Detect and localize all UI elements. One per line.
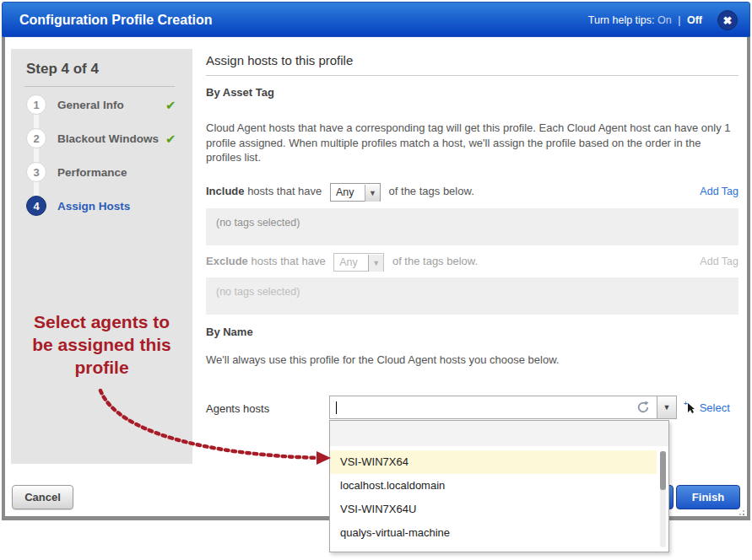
sidebar-item-assign-hosts[interactable]: Assign Hosts (57, 200, 130, 213)
chevron-down-icon: ▼ (365, 185, 380, 202)
text-caret (336, 401, 337, 414)
exclude-add-tag-link: Add Tag (700, 256, 738, 267)
step-2-circle[interactable]: 2 (26, 128, 46, 148)
wizard-sidebar: Step 4 of 4 1 General Info ✔ 2 Blackout … (11, 49, 192, 464)
list-item[interactable]: VSI-WIN7X64 (330, 450, 657, 474)
include-add-tag-link[interactable]: Add Tag (700, 186, 738, 197)
list-item[interactable]: localhost.localdomain (330, 474, 657, 498)
content-divider (206, 75, 738, 76)
step-4-circle[interactable]: 4 (26, 196, 46, 216)
dropdown-empty-strip (330, 421, 668, 446)
step-1-circle[interactable]: 1 (26, 94, 46, 115)
chevron-down-icon: ▼ (368, 255, 383, 272)
exclude-tags-empty-box: (no tags selected) (206, 277, 738, 315)
by-asset-tag-title: By Asset Tag (206, 86, 274, 99)
list-item[interactable]: qualys-virtual-machine (330, 521, 657, 545)
sidebar-item-general-info[interactable]: General Info (57, 99, 124, 111)
combobox-dropdown-button[interactable]: ▼ (657, 396, 676, 418)
close-icon[interactable]: ✖ (717, 10, 738, 30)
scrollbar-thumb[interactable] (660, 451, 666, 490)
refresh-icon[interactable] (636, 400, 651, 415)
step-1-check-icon: ✔ (165, 98, 176, 113)
include-match-select[interactable]: Any▼ (330, 183, 381, 202)
exclude-tags-row: Exclude hosts that have Any▼ of the tags… (206, 253, 738, 273)
step-2-check-icon: ✔ (165, 132, 176, 147)
include-tags-row: Include hosts that have Any▼ of the tags… (206, 183, 738, 203)
sidebar-item-blackout-windows[interactable]: Blackout Windows (57, 132, 159, 145)
step-progress-header: Step 4 of 4 (26, 61, 99, 78)
page-title: Assign hosts to this profile (206, 53, 353, 67)
sidebar-divider (24, 86, 175, 87)
list-item[interactable]: VSI-WIN7X64U (330, 498, 657, 521)
help-tips-label: Turn help tips: (588, 14, 655, 26)
help-tips: Turn help tips: On | Off (588, 3, 702, 38)
agents-search-input[interactable]: ▼ (329, 396, 677, 419)
sidebar-item-performance[interactable]: Performance (57, 166, 127, 179)
dialog-title: Configuration Profile Creation (19, 3, 212, 38)
help-tips-separator: | (674, 14, 684, 26)
exclude-match-select: Any▼ (333, 253, 384, 272)
agents-hosts-label: Agents hosts (206, 402, 269, 415)
by-asset-tag-description: Cloud Agent hosts that have a correspond… (206, 121, 738, 165)
agents-dropdown-list: VSI-WIN7X64 localhost.localdomain VSI-WI… (329, 420, 669, 552)
help-tips-off-link[interactable]: Off (687, 14, 702, 26)
cancel-button[interactable]: Cancel (12, 485, 73, 509)
step-3-circle[interactable]: 3 (26, 162, 46, 182)
annotation-text: Select agents to be assigned this profil… (11, 310, 192, 379)
svg-text:+: + (684, 401, 688, 407)
finish-button[interactable]: Finish (676, 485, 740, 509)
select-agents-link[interactable]: + Select (684, 401, 730, 414)
select-pointer-icon: + (684, 401, 696, 414)
chevron-down-icon: ▼ (663, 403, 671, 412)
help-tips-on-link[interactable]: On (657, 14, 672, 26)
step-connector-line (34, 105, 39, 206)
include-keyword: Include (206, 185, 245, 197)
by-name-title: By Name (206, 326, 253, 338)
by-name-description: We'll always use this profile for the Cl… (206, 353, 738, 368)
include-tags-empty-box: (no tags selected) (206, 208, 738, 245)
dialog-titlebar: Configuration Profile Creation Turn help… (2, 2, 750, 37)
exclude-keyword: Exclude (206, 255, 248, 267)
dropdown-scrollbar[interactable] (660, 451, 666, 547)
